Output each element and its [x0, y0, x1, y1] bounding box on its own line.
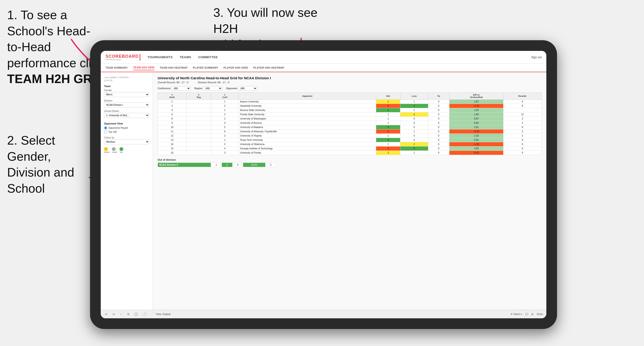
ood-win: 1 [211, 163, 222, 167]
grid-records: Overall Record: 89 - 17 - 0 Division Rec… [158, 81, 542, 84]
annotation-line2: to-Head performance click [7, 40, 104, 70]
radio-group: Opponents Played Top 100 [104, 126, 149, 134]
table-row: 123University of Virginia1002.333 [158, 134, 542, 138]
copy-btn[interactable]: ⎘ [126, 312, 130, 316]
logo: SCOREBOARD Powered by clippd [106, 54, 140, 61]
filters-row: Conference (All) Region (All) Opponent [158, 86, 542, 91]
ood-tie: 0 [232, 163, 243, 167]
nav-item-committee[interactable]: COMMITTEE [198, 54, 218, 60]
table-row: 116University of Arkansas, Fayetteville0… [158, 130, 542, 134]
table-row: 163University of Florida310-6.629 [158, 151, 542, 155]
nav-items: TOURNAMENTS TEAMS COMMITTEE [148, 54, 531, 60]
division-record: Division Record: 88 - 17 - 0 [198, 81, 230, 84]
table-row: 41Arizona State University5102.29 [158, 108, 542, 112]
out-of-division-label: Out of division [158, 158, 542, 161]
tablet-screen: SCOREBOARD Powered by clippd TOURNAMENTS… [101, 51, 546, 318]
col-loss: Loss [400, 93, 428, 100]
sub-nav: TEAM SUMMARY TEAM H2H GRID TEAM H2H HEAT… [101, 64, 546, 72]
table-row: 93University of Arizona1009.002 [158, 121, 542, 125]
division-select[interactable]: NCAA Division I [104, 102, 149, 107]
comment-btn[interactable]: 💬 [525, 313, 528, 316]
tablet-device: SCOREBOARD Powered by clippd TOURNAMENTS… [90, 40, 557, 329]
colour-by-label: Colour by [104, 136, 149, 139]
division-label: Division [104, 99, 149, 102]
sub-nav-team-summary[interactable]: TEAM SUMMARY [106, 65, 128, 70]
table-row: 82University of Washington1003.673 [158, 117, 542, 121]
nav-item-teams[interactable]: TEAMS [180, 54, 191, 60]
opponent-select[interactable]: (All) [238, 86, 257, 91]
table-row: 21Auburn University2101.679 [158, 100, 542, 104]
back-btn[interactable]: ← [119, 312, 124, 316]
sub-nav-team-h2h-heatmap[interactable]: TEAM H2H HEATMAP [160, 65, 188, 70]
gender-label: Gender [104, 89, 149, 92]
logo-text: SCOREBOARD [106, 54, 139, 59]
view-label[interactable]: 📄 View: Original [152, 313, 171, 316]
out-of-division-table: NCAA Division II 1 0 0 26.00 3 [158, 163, 276, 167]
sub-nav-team-h2h-grid[interactable]: TEAM H2H GRID [133, 65, 154, 70]
table-row: 142University of Oklahoma120-1.009 [158, 142, 542, 147]
opponent-label: Opponent [226, 87, 237, 90]
filter-opponent: Opponent (All) [226, 86, 257, 91]
school-label: School (Rank) [104, 110, 149, 112]
overall-record: Overall Record: 89 - 17 - 0 [158, 81, 188, 84]
col-diff: Diff AvStrokes/Rnd [450, 93, 504, 100]
filter-region: Region (All) [194, 86, 222, 91]
conference-label: Conference [158, 87, 171, 90]
sub-nav-player-summary[interactable]: PLAYER SUMMARY [193, 65, 218, 70]
col-opponent: Opponent [238, 93, 376, 100]
ood-division: NCAA Division II [158, 163, 211, 167]
gender-select[interactable]: Men's [104, 92, 149, 97]
ood-loss: 0 [222, 163, 232, 167]
sub-nav-player-h2h-heatmap[interactable]: PLAYER H2H HEATMAP [254, 65, 284, 70]
table-row: 154Georgia Institute of Technology0504.5… [158, 147, 542, 151]
col-tie: Tie [428, 93, 449, 100]
col-rounds: Rounds [504, 93, 542, 100]
annotation-bold: TEAM H2H GRID [7, 72, 104, 86]
clock-btn[interactable]: 🕐 [142, 312, 148, 316]
grid-title: University of North Carolina Head-to-Hea… [158, 76, 542, 80]
annotation-line1: 1. To see a School's Head- [7, 8, 90, 38]
nav-item-tournaments[interactable]: TOURNAMENTS [148, 54, 172, 60]
up-color-dot [120, 147, 123, 151]
colour-by-select[interactable]: Win/loss [104, 139, 149, 144]
filter-conference: Conference (All) [158, 86, 190, 91]
share-btn[interactable]: Share [537, 313, 543, 316]
level-label: Level [112, 151, 117, 153]
toolbar-right: 👁 Watch ▾ 💬 ⊞ Share [510, 313, 543, 316]
table-row: 32Vanderbilt University040-2.298 [158, 104, 542, 108]
team-label: Team [104, 85, 149, 88]
table-row: 105University of Alabama3002.618 [158, 125, 542, 130]
redo-btn[interactable]: ↪ [112, 312, 116, 316]
last-updated: Last Updated: 27/03/2024 16:55:38 [104, 76, 149, 82]
h2h-table: #Rank #Reg #Conf Opponent Win Loss Tie D… [158, 93, 542, 155]
opponent-view-label: Opponent View [104, 122, 149, 125]
region-select[interactable]: (All) [203, 86, 222, 91]
radio-opponents-played[interactable]: Opponents Played [104, 126, 149, 130]
col-win: Win [376, 93, 400, 100]
col-reg: #Reg [186, 93, 211, 100]
col-conf: #Conf [211, 93, 238, 100]
level-color-dot [112, 147, 116, 151]
grid-btn[interactable]: ⊞ [532, 313, 533, 316]
paste-btn[interactable]: 📋 [133, 312, 139, 316]
watch-btn[interactable]: 👁 Watch ▾ [510, 313, 522, 316]
ood-diff: 26.00 [243, 163, 265, 167]
annotation-mid-left: 2. Select Gender, Division and School [7, 133, 97, 196]
annotation-ml1: 2. Select Gender, [7, 134, 55, 163]
sub-nav-player-h2h-grid[interactable]: PLAYER H2H GRID [224, 65, 248, 70]
ood-rounds: 3 [265, 163, 276, 167]
nav-bar: SCOREBOARD Powered by clippd TOURNAMENTS… [101, 51, 546, 64]
annotation-ml3: School [7, 181, 45, 195]
school-select[interactable]: 1. University of Nort... [104, 113, 149, 118]
undo-btn[interactable]: ↩ [104, 312, 108, 316]
radio-top100[interactable]: Top 100 [104, 130, 149, 134]
sidebar: Last Updated: 27/03/2024 16:55:38 Team G… [101, 72, 153, 310]
table-row: 62Florida State University1201.8312 [158, 112, 542, 117]
col-rank: #Rank [158, 93, 186, 100]
down-label: Down [104, 151, 110, 153]
annotation-ml2: Division and [7, 166, 74, 179]
main-content: Last Updated: 27/03/2024 16:55:38 Team G… [101, 72, 546, 310]
sign-out[interactable]: Sign out [531, 56, 542, 59]
down-color-dot [104, 147, 108, 151]
conference-select[interactable]: (All) [172, 86, 190, 91]
